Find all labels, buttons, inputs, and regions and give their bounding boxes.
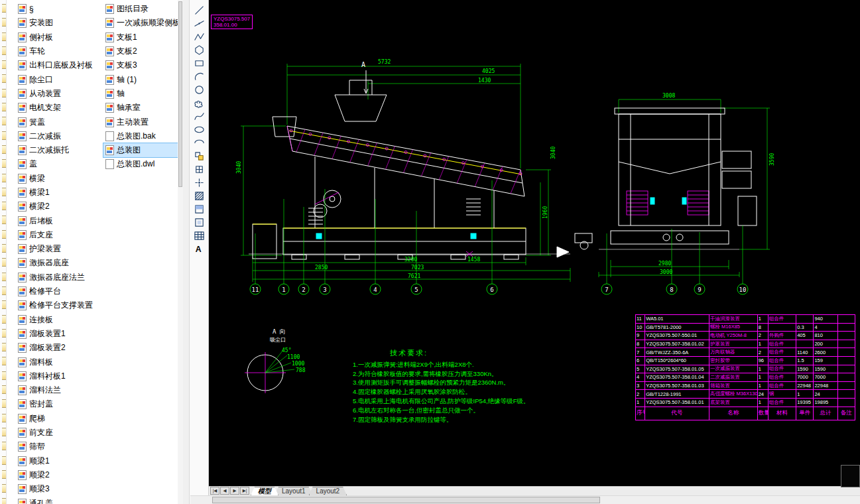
file-item[interactable]: 检修平台支撑装置 xyxy=(16,298,103,312)
clipped-file-icon xyxy=(2,442,7,450)
clipped-file-icon xyxy=(2,4,7,13)
next-layout-button[interactable]: ▶ xyxy=(230,487,239,495)
file-item[interactable]: 盖 xyxy=(16,157,103,171)
bom-header-cell: 材料 xyxy=(768,407,796,420)
file-item[interactable]: 主动装置 xyxy=(103,115,182,129)
file-item[interactable]: 车轮 xyxy=(16,44,103,58)
rectangle-tool-button[interactable] xyxy=(191,56,207,70)
make-block-tool-button[interactable] xyxy=(191,162,207,176)
model-space-canvas[interactable]: 5732402514303040304019602850320014587023… xyxy=(209,0,860,486)
tech-requirement-line: 7.固定筛板及筛簧支承用防拉键等。 xyxy=(353,415,530,424)
file-item[interactable]: 除尘口 xyxy=(16,72,103,86)
file-item[interactable]: 从动装置 xyxy=(16,87,103,101)
tab-layout2[interactable]: Layout2 xyxy=(309,487,347,495)
file-item[interactable]: 顺梁2 xyxy=(16,468,103,482)
polygon-tool-button[interactable] xyxy=(191,43,207,56)
file-item[interactable]: 护梁装置 xyxy=(16,242,103,256)
file-item[interactable]: 总装图 xyxy=(103,143,182,157)
file-item-label: 主动装置 xyxy=(117,117,149,128)
table-tool-button[interactable] xyxy=(191,229,207,242)
file-item[interactable]: 支板3 xyxy=(103,58,182,72)
file-item[interactable]: 溜板装置1 xyxy=(16,327,103,341)
ellipse-arc-tool-button[interactable] xyxy=(191,136,207,149)
first-layout-button[interactable]: |◀ xyxy=(210,487,219,495)
file-item[interactable]: 激振器底座法兰 xyxy=(16,271,103,284)
region-tool-button[interactable] xyxy=(191,216,207,229)
bom-cell: 高强度螺栓 M36X130 xyxy=(709,390,758,399)
file-item[interactable]: 轴承室 xyxy=(103,101,182,115)
file-item[interactable]: 轴 (1) xyxy=(103,72,182,86)
file-panel-scrollbar[interactable] xyxy=(178,0,183,504)
construction-line-tool-button[interactable] xyxy=(191,17,207,30)
ellipse-tool-button[interactable] xyxy=(191,123,207,136)
horizontal-scrollbar[interactable] xyxy=(190,495,860,504)
file-item[interactable]: 溜板装置2 xyxy=(16,341,103,355)
dimension-label: 1000 xyxy=(292,361,304,367)
bom-row: 7GB/TWJZZ-350-6A万向联轴器2组合件11402600 xyxy=(636,348,855,357)
file-item[interactable]: 侧衬板 xyxy=(16,31,103,44)
bom-cell: 二次减振装置 xyxy=(709,373,758,382)
file-item[interactable]: 二次减振托 xyxy=(16,143,103,157)
multiline-text-tool-button[interactable]: A xyxy=(191,242,207,255)
balloon-5: 5 xyxy=(411,211,422,294)
tech-requirement-line: 3.使用测矩扳手可调整振幅螺栓的预紧力矩是2360N.m。 xyxy=(353,378,530,387)
file-item[interactable]: 后堵板 xyxy=(16,214,103,227)
stamp-line: YZQS3075.507 xyxy=(214,16,250,22)
file-item[interactable]: 后支座 xyxy=(16,228,103,242)
hatch-tool-button[interactable] xyxy=(191,189,207,202)
file-item[interactable]: 横梁1 xyxy=(16,186,103,200)
file-item[interactable]: 前支座 xyxy=(16,426,103,440)
gradient-tool-button[interactable] xyxy=(191,202,207,216)
file-item[interactable]: 溜料衬板1 xyxy=(16,369,103,383)
file-item[interactable]: 二次减振 xyxy=(16,129,103,143)
balloon-number: 7 xyxy=(605,286,608,293)
circle-tool-button[interactable] xyxy=(191,83,207,96)
file-item[interactable]: 溜料法兰 xyxy=(16,383,103,397)
file-item-label: 顺梁1 xyxy=(29,456,50,467)
horizontal-scrollbar-thumb[interactable] xyxy=(212,497,600,503)
dwg-file-icon xyxy=(18,60,27,70)
file-item[interactable]: 支板1 xyxy=(103,31,182,44)
file-item[interactable]: 溜料板 xyxy=(16,355,103,369)
file-item[interactable]: 总装图.bak xyxy=(103,129,182,143)
file-item[interactable]: 连接板 xyxy=(16,313,103,327)
tab-model[interactable]: 模型 xyxy=(251,487,278,495)
file-item[interactable]: 电机支架 xyxy=(16,101,103,115)
file-item-label: 横梁1 xyxy=(29,187,50,198)
file-item[interactable]: 横梁 xyxy=(16,172,103,186)
file-item[interactable]: 筛帮 xyxy=(16,440,103,454)
file-item[interactable]: 密封盖 xyxy=(16,397,103,411)
file-panel-scrollbar-thumb[interactable] xyxy=(178,1,182,187)
point-tool-button[interactable] xyxy=(191,176,207,189)
bom-cell: 22948 xyxy=(814,381,837,390)
prev-layout-button[interactable]: ◀ xyxy=(220,487,229,495)
tab-layout1[interactable]: Layout1 xyxy=(275,487,313,495)
file-item[interactable]: 横梁2 xyxy=(16,200,103,214)
polyline-tool-button[interactable] xyxy=(191,30,207,43)
file-item[interactable]: 一次减振顺梁侧板 xyxy=(103,16,182,30)
insert-block-tool-button[interactable] xyxy=(191,149,207,162)
file-item[interactable]: 检修平台 xyxy=(16,284,103,298)
file-list-column-1: §安装图侧衬板车轮出料口底板及衬板除尘口从动装置电机支架簧盖二次减振二次减振托盖… xyxy=(16,2,103,504)
file-item[interactable]: 顺梁1 xyxy=(16,454,103,468)
bom-cell: 810 xyxy=(814,332,837,340)
file-item[interactable]: 安装图 xyxy=(16,16,103,30)
last-layout-button[interactable]: ▶| xyxy=(240,487,249,495)
file-item[interactable]: 顺梁3 xyxy=(16,482,103,496)
file-item[interactable]: 通孔盖 xyxy=(16,496,103,504)
tab-label: 模型 xyxy=(258,487,271,495)
spline-tool-button[interactable] xyxy=(191,109,207,123)
file-item[interactable]: 爬梯 xyxy=(16,412,103,426)
file-item[interactable]: 激振器底座 xyxy=(16,256,103,270)
arc-tool-button[interactable] xyxy=(191,70,207,83)
file-item[interactable]: § xyxy=(16,2,103,16)
file-item[interactable]: 轴 xyxy=(103,87,182,101)
file-item[interactable]: 簧盖 xyxy=(16,115,103,129)
line-tool-button[interactable] xyxy=(191,3,207,17)
file-item[interactable]: 图纸目录 xyxy=(103,2,182,16)
file-item[interactable]: 支板2 xyxy=(103,44,182,58)
file-item[interactable]: 出料口底板及衬板 xyxy=(16,58,103,72)
revision-cloud-tool-button[interactable] xyxy=(191,96,207,109)
file-item[interactable]: 总装图.dwl xyxy=(103,157,182,171)
bom-cell: 1 xyxy=(796,390,814,399)
